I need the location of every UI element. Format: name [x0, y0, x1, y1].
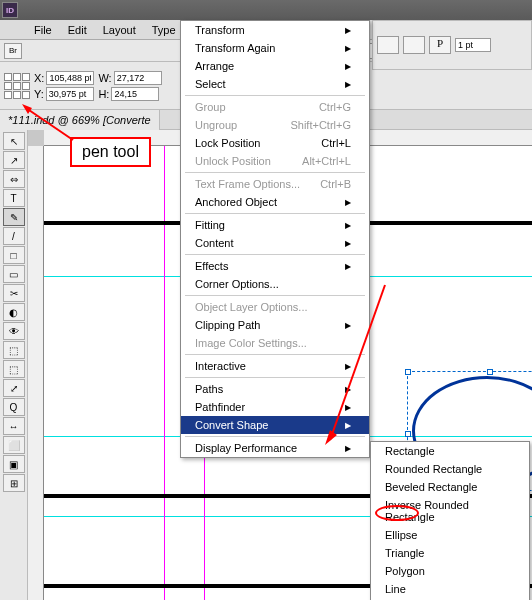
menu-item-anchored-object[interactable]: Anchored Object▶ [181, 193, 369, 211]
type-tool[interactable]: T [3, 189, 25, 207]
pen-tool[interactable]: ✎ [3, 208, 25, 226]
menu-item-content[interactable]: Content▶ [181, 234, 369, 252]
svg-line-0 [26, 108, 73, 140]
annotation-pen-tool: pen tool [70, 137, 151, 167]
default-fill[interactable]: ⬜ [3, 436, 25, 454]
annotation-ellipse-circle [375, 505, 419, 521]
submenu-item-polygon[interactable]: Polygon [371, 562, 529, 580]
bridge-icon[interactable]: Br [4, 43, 22, 59]
submenu-arrow-icon: ▶ [345, 221, 351, 230]
h-label: H: [98, 88, 109, 100]
direct-selection-tool[interactable]: ↗ [3, 151, 25, 169]
menu-separator [185, 254, 365, 255]
menu-file[interactable]: File [26, 20, 60, 40]
submenu-item-rounded-rectangle[interactable]: Rounded Rectangle [371, 460, 529, 478]
menu-edit[interactable]: Edit [60, 20, 95, 40]
measure-tool[interactable]: ⬚ [3, 360, 25, 378]
toolbox: ↖↗⇔T✎/□▭✂◐👁⬚⬚⤢Q↔⬜▣⊞ [0, 130, 28, 600]
eyedropper-tool[interactable]: ⬚ [3, 341, 25, 359]
x-label: X: [34, 72, 44, 84]
zoom-tool[interactable]: Q [3, 398, 25, 416]
menu-separator [185, 95, 365, 96]
svg-line-2 [330, 285, 385, 440]
ruler-vertical[interactable] [28, 146, 44, 600]
submenu-item-line[interactable]: Line [371, 580, 529, 598]
submenu-item-triangle[interactable]: Triangle [371, 544, 529, 562]
menu-item-ungroup: UngroupShift+Ctrl+G [181, 116, 369, 134]
fill-stroke[interactable]: ↔ [3, 417, 25, 435]
menu-item-lock-position[interactable]: Lock PositionCtrl+L [181, 134, 369, 152]
submenu-item-rectangle[interactable]: Rectangle [371, 442, 529, 460]
svg-marker-3 [325, 430, 337, 445]
submenu-arrow-icon: ▶ [345, 26, 351, 35]
submenu-arrow-icon: ▶ [345, 262, 351, 271]
gradient-tool[interactable]: ◐ [3, 303, 25, 321]
arrow-to-pen-tool [18, 100, 78, 145]
w-label: W: [98, 72, 111, 84]
submenu-arrow-icon: ▶ [345, 198, 351, 207]
menu-item-select[interactable]: Select▶ [181, 75, 369, 93]
reference-point[interactable] [4, 73, 30, 99]
hand-tool[interactable]: ⤢ [3, 379, 25, 397]
menu-item-fitting[interactable]: Fitting▶ [181, 216, 369, 234]
menu-item-text-frame-options-: Text Frame Options...Ctrl+B [181, 175, 369, 193]
w-input[interactable] [114, 71, 162, 85]
y-input[interactable] [46, 87, 94, 101]
x-input[interactable] [46, 71, 94, 85]
rectangle-frame-tool[interactable]: □ [3, 246, 25, 264]
submenu-arrow-icon: ▶ [345, 80, 351, 89]
menu-item-arrange[interactable]: Arrange▶ [181, 57, 369, 75]
scissors-tool[interactable]: ✂ [3, 284, 25, 302]
svg-marker-1 [22, 104, 32, 114]
arrow-to-convert-shape [310, 280, 390, 450]
fill-swatch[interactable] [377, 36, 399, 54]
note-tool[interactable]: 👁 [3, 322, 25, 340]
menu-item-effects[interactable]: Effects▶ [181, 257, 369, 275]
submenu-arrow-icon: ▶ [345, 44, 351, 53]
menu-item-transform[interactable]: Transform▶ [181, 21, 369, 39]
stroke-weight[interactable] [455, 38, 491, 52]
app-logo: ID [2, 2, 18, 18]
submenu-item-ellipse[interactable]: Ellipse [371, 526, 529, 544]
swap-fill[interactable]: ▣ [3, 455, 25, 473]
gap-tool[interactable]: ⇔ [3, 170, 25, 188]
menu-item-group: GroupCtrl+G [181, 98, 369, 116]
menu-separator [185, 172, 365, 173]
menu-type[interactable]: Type [144, 20, 184, 40]
guide[interactable] [164, 146, 165, 600]
menu-item-unlock-position: Unlock PositionAlt+Ctrl+L [181, 152, 369, 170]
right-panel: P [372, 20, 532, 70]
stroke-swatch[interactable] [403, 36, 425, 54]
view-mode[interactable]: ⊞ [3, 474, 25, 492]
menu-item-transform-again[interactable]: Transform Again▶ [181, 39, 369, 57]
submenu-arrow-icon: ▶ [345, 62, 351, 71]
submenu-arrow-icon: ▶ [345, 239, 351, 248]
menu-layout[interactable]: Layout [95, 20, 144, 40]
submenu-item-beveled-rectangle[interactable]: Beveled Rectangle [371, 478, 529, 496]
para-style-icon[interactable]: P [429, 36, 451, 54]
rectangle-tool[interactable]: ▭ [3, 265, 25, 283]
title-bar: ID [0, 0, 532, 20]
menu-separator [185, 213, 365, 214]
h-input[interactable] [111, 87, 159, 101]
y-label: Y: [34, 88, 44, 100]
line-tool[interactable]: / [3, 227, 25, 245]
